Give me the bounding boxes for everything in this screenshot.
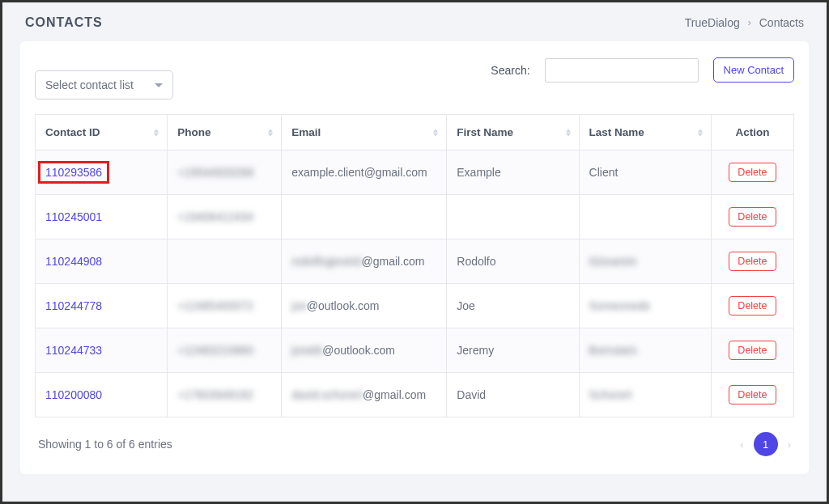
caret-down-icon bbox=[155, 83, 163, 87]
table-row: 110244908rodolfogiovinti@gmail.comRodolf… bbox=[36, 239, 794, 284]
pagination: ‹ 1 › bbox=[740, 432, 791, 456]
cell-first-name: David bbox=[447, 373, 579, 417]
page-next[interactable]: › bbox=[788, 438, 791, 451]
contacts-table: Contact ID Phone Email First Name bbox=[35, 114, 794, 417]
th-action: Action bbox=[711, 115, 793, 150]
th-last-name[interactable]: Last Name bbox=[579, 115, 711, 150]
breadcrumb-root[interactable]: TrueDialog bbox=[685, 16, 740, 29]
cell-first-name: Rodolfo bbox=[447, 239, 579, 284]
cell-contact-id: 110244778 bbox=[36, 284, 168, 328]
cell-email: rodolfogiovinti@gmail.com bbox=[282, 239, 447, 284]
delete-button[interactable]: Delete bbox=[729, 296, 776, 316]
th-phone[interactable]: Phone bbox=[168, 115, 282, 150]
entries-text: Showing 1 to 6 of 6 entries bbox=[38, 438, 172, 451]
contact-list-select-label: Select contact list bbox=[45, 78, 134, 91]
search-input[interactable] bbox=[545, 58, 699, 83]
cell-phone: +17603848182 bbox=[168, 373, 282, 417]
cell-action: Delete bbox=[711, 239, 793, 284]
delete-button[interactable]: Delete bbox=[729, 252, 776, 271]
contact-id-link[interactable]: 110244908 bbox=[45, 255, 102, 268]
contacts-card: Select contact list Search: New Contact … bbox=[20, 41, 809, 474]
table-row: 110244733+12483215860jonetb@outlook.comJ… bbox=[36, 328, 794, 373]
cell-phone: +12483215860 bbox=[168, 328, 282, 373]
chevron-right-icon: › bbox=[748, 17, 751, 28]
th-contact-id-label: Contact ID bbox=[45, 126, 100, 138]
delete-button[interactable]: Delete bbox=[729, 341, 776, 360]
cell-action: Delete bbox=[711, 150, 793, 195]
delete-button[interactable]: Delete bbox=[729, 385, 776, 404]
contact-id-link[interactable]: 110293586 bbox=[38, 161, 109, 184]
sort-icon bbox=[154, 129, 159, 136]
cell-first-name: Joe bbox=[447, 284, 579, 328]
cell-first-name: Jeremy bbox=[447, 328, 579, 373]
table-row: 110245001+19406412434Delete bbox=[36, 195, 794, 239]
cell-contact-id: 110245001 bbox=[36, 195, 168, 239]
cell-email bbox=[282, 195, 447, 239]
table-row: 110200080+17603848182david.schorert@gmai… bbox=[36, 373, 794, 417]
contact-id-link[interactable]: 110244778 bbox=[45, 299, 102, 312]
page-number[interactable]: 1 bbox=[754, 432, 778, 456]
th-contact-id[interactable]: Contact ID bbox=[36, 115, 168, 150]
th-phone-label: Phone bbox=[177, 126, 210, 138]
th-email[interactable]: Email bbox=[282, 115, 447, 150]
cell-email: david.schorert@gmail.com bbox=[282, 373, 447, 417]
sort-icon bbox=[698, 129, 703, 136]
cell-last-name: Schorert bbox=[579, 373, 711, 417]
contact-id-link[interactable]: 110245001 bbox=[45, 210, 102, 223]
table-row: 110244778+12485400072joe@outlook.comJoeS… bbox=[36, 284, 794, 328]
breadcrumb: TrueDialog › Contacts bbox=[685, 16, 804, 29]
cell-contact-id: 110200080 bbox=[36, 373, 168, 417]
th-email-label: Email bbox=[291, 126, 321, 138]
contact-id-link[interactable]: 110200080 bbox=[45, 388, 102, 401]
sort-icon bbox=[566, 129, 571, 136]
cell-last-name: Giovanini bbox=[579, 239, 711, 284]
page-prev[interactable]: ‹ bbox=[740, 438, 743, 451]
table-row: 110293586+19544833268example.client@gmai… bbox=[36, 150, 794, 195]
cell-last-name: Someonede bbox=[579, 284, 711, 328]
contact-list-select[interactable]: Select contact list bbox=[35, 70, 173, 100]
cell-first-name: Example bbox=[447, 150, 579, 195]
cell-phone: +12485400072 bbox=[168, 284, 282, 328]
cell-action: Delete bbox=[711, 328, 793, 373]
cell-email: jonetb@outlook.com bbox=[282, 328, 447, 373]
page-title: CONTACTS bbox=[25, 15, 103, 30]
cell-contact-id: 110293586 bbox=[36, 150, 168, 195]
cell-last-name: Client bbox=[579, 150, 711, 195]
contact-id-link[interactable]: 110244733 bbox=[45, 344, 102, 357]
cell-contact-id: 110244733 bbox=[36, 328, 168, 373]
th-first-name-label: First Name bbox=[457, 126, 513, 138]
cell-first-name bbox=[447, 195, 579, 239]
cell-contact-id: 110244908 bbox=[36, 239, 168, 284]
cell-action: Delete bbox=[711, 195, 793, 239]
cell-phone bbox=[168, 239, 282, 284]
cell-action: Delete bbox=[711, 284, 793, 328]
sort-icon bbox=[433, 129, 438, 136]
delete-button[interactable]: Delete bbox=[729, 163, 776, 182]
search-label: Search: bbox=[491, 64, 529, 77]
cell-last-name: Bornstein bbox=[579, 328, 711, 373]
cell-phone: +19544833268 bbox=[168, 150, 282, 195]
sort-icon bbox=[268, 129, 273, 136]
cell-last-name bbox=[579, 195, 711, 239]
th-last-name-label: Last Name bbox=[589, 126, 644, 138]
breadcrumb-current: Contacts bbox=[759, 16, 804, 29]
new-contact-button[interactable]: New Contact bbox=[713, 57, 794, 83]
delete-button[interactable]: Delete bbox=[729, 207, 776, 227]
th-first-name[interactable]: First Name bbox=[447, 115, 579, 150]
cell-action: Delete bbox=[711, 373, 793, 417]
cell-email: example.client@gmail.com bbox=[282, 150, 447, 195]
th-action-label: Action bbox=[735, 126, 769, 138]
cell-phone: +19406412434 bbox=[168, 195, 282, 239]
cell-email: joe@outlook.com bbox=[282, 284, 447, 328]
